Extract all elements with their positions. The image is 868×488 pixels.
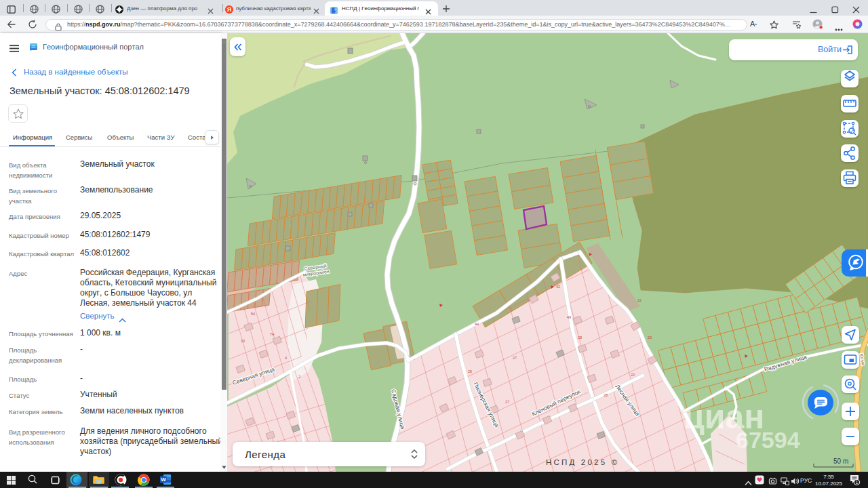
svg-text:67594: 67594 (736, 427, 800, 453)
svg-text:1: 1 (856, 480, 859, 485)
svg-text:23: 23 (648, 336, 652, 340)
svg-text:22: 22 (631, 373, 635, 377)
svg-text:49: 49 (567, 315, 571, 319)
svg-text:4: 4 (285, 356, 287, 360)
svg-text:27: 27 (505, 400, 509, 404)
svg-text:НСПД 2025 ©: НСПД 2025 © (546, 458, 619, 466)
svg-text:7А: 7А (270, 332, 275, 336)
svg-text:26: 26 (468, 369, 472, 373)
svg-text:27: 27 (513, 356, 517, 360)
svg-text:W: W (161, 476, 166, 483)
svg-text:Я: Я (226, 6, 231, 13)
svg-text:44: 44 (475, 322, 479, 326)
svg-text:22: 22 (637, 298, 642, 302)
svg-text:54: 54 (251, 312, 255, 316)
svg-text:2: 2 (298, 375, 300, 379)
svg-text:50 m: 50 m (833, 458, 848, 465)
svg-text:28: 28 (578, 336, 582, 340)
svg-text:28: 28 (604, 393, 608, 397)
svg-text:10: 10 (241, 339, 245, 343)
svg-text:42: 42 (556, 285, 560, 289)
